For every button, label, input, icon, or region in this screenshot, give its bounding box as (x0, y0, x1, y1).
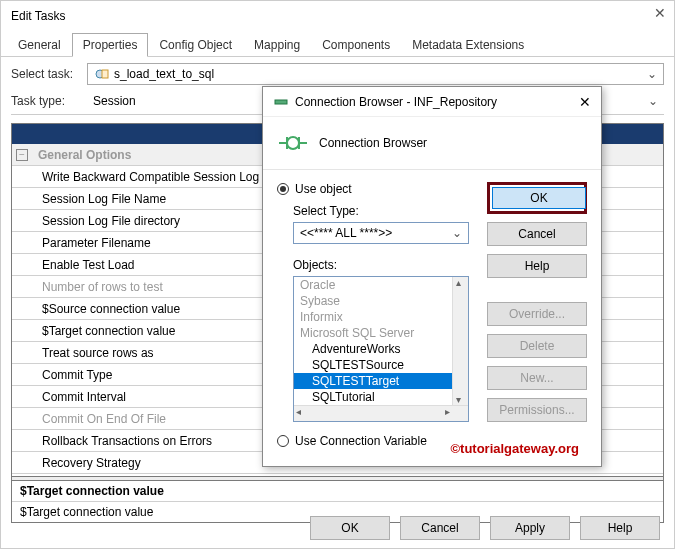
session-icon (94, 66, 110, 82)
modal-help-button[interactable]: Help (487, 254, 587, 278)
objects-listbox[interactable]: Oracle Sybase Informix Microsoft SQL Ser… (293, 276, 469, 422)
tab-properties[interactable]: Properties (72, 33, 149, 57)
modal-title-text: Connection Browser - INF_Repository (295, 95, 497, 109)
collapse-icon[interactable]: − (16, 149, 28, 161)
modal-right-buttons: OK Cancel Help Override... Delete New...… (487, 182, 587, 422)
tree-sqltutorial[interactable]: SQLTutorial (294, 389, 452, 405)
svg-rect-2 (275, 100, 287, 104)
modal-header-text: Connection Browser (319, 136, 427, 150)
grid-scroll-header (645, 124, 663, 144)
watermark: ©tutorialgateway.org (450, 441, 579, 456)
permissions-button[interactable]: Permissions... (487, 398, 587, 422)
connection-icon (273, 94, 289, 110)
tree-adventureworks[interactable]: AdventureWorks (294, 341, 452, 357)
main-title: Edit Tasks (11, 9, 65, 23)
tree-oracle[interactable]: Oracle (294, 277, 452, 293)
ok-button[interactable]: OK (310, 516, 390, 540)
modal-ok-button[interactable]: OK (492, 187, 586, 209)
group-label: General Options (32, 146, 137, 164)
tab-config-object[interactable]: Config Object (148, 33, 243, 56)
tree-informix[interactable]: Informix (294, 309, 452, 325)
modal-header: Connection Browser (263, 117, 601, 170)
use-object-label: Use object (295, 182, 352, 196)
select-type-value: <<**** ALL ****>> (300, 226, 392, 240)
detail-title: $Target connection value (12, 481, 663, 502)
ucv-label: Use Connection Variable (295, 434, 427, 448)
tree-sybase[interactable]: Sybase (294, 293, 452, 309)
modal-cancel-button[interactable]: Cancel (487, 222, 587, 246)
tab-mapping[interactable]: Mapping (243, 33, 311, 56)
objects-label: Objects: (293, 258, 475, 272)
tab-general[interactable]: General (7, 33, 72, 56)
use-object-radio[interactable]: Use object (277, 182, 475, 196)
tab-components[interactable]: Components (311, 33, 401, 56)
main-titlebar: Edit Tasks ✕ (1, 1, 674, 31)
ok-highlight: OK (487, 182, 587, 214)
tree-sqltestsource[interactable]: SQLTESTSource (294, 357, 452, 373)
close-icon[interactable]: ✕ (654, 5, 666, 21)
cancel-button[interactable]: Cancel (400, 516, 480, 540)
modal-body: Use object Select Type: <<**** ALL ****>… (263, 170, 601, 428)
svg-rect-1 (102, 70, 108, 78)
tab-metadata-extensions[interactable]: Metadata Extensions (401, 33, 535, 56)
modal-left: Use object Select Type: <<**** ALL ****>… (277, 182, 475, 422)
select-task-combo[interactable]: s_load_text_to_sql (87, 63, 664, 85)
close-icon[interactable]: ✕ (579, 94, 591, 110)
delete-button[interactable]: Delete (487, 334, 587, 358)
connection-browser-dialog: Connection Browser - INF_Repository ✕ Co… (262, 86, 602, 467)
new-button[interactable]: New... (487, 366, 587, 390)
svg-point-3 (287, 137, 299, 149)
tree-mssql[interactable]: Microsoft SQL Server (294, 325, 452, 341)
radio-selected-icon (277, 183, 289, 195)
select-type-label: Select Type: (293, 204, 475, 218)
select-task-label: Select task: (11, 67, 87, 81)
tree-sqltesttarget[interactable]: SQLTESTTarget (294, 373, 452, 389)
tab-strip: General Properties Config Object Mapping… (1, 31, 674, 57)
objects-hscroll[interactable] (294, 405, 468, 421)
override-button[interactable]: Override... (487, 302, 587, 326)
objects-vscroll[interactable] (452, 277, 468, 405)
select-task-value: s_load_text_to_sql (114, 67, 214, 81)
grid-splitter[interactable] (12, 476, 663, 480)
radio-unselected-icon (277, 435, 289, 447)
task-type-label: Task type: (11, 94, 87, 108)
apply-button[interactable]: Apply (490, 516, 570, 540)
main-button-bar: OK Cancel Apply Help (310, 516, 660, 540)
modal-titlebar: Connection Browser - INF_Repository ✕ (263, 87, 601, 117)
plug-icon (277, 127, 309, 159)
select-type-combo[interactable]: <<**** ALL ****>> (293, 222, 469, 244)
help-button[interactable]: Help (580, 516, 660, 540)
